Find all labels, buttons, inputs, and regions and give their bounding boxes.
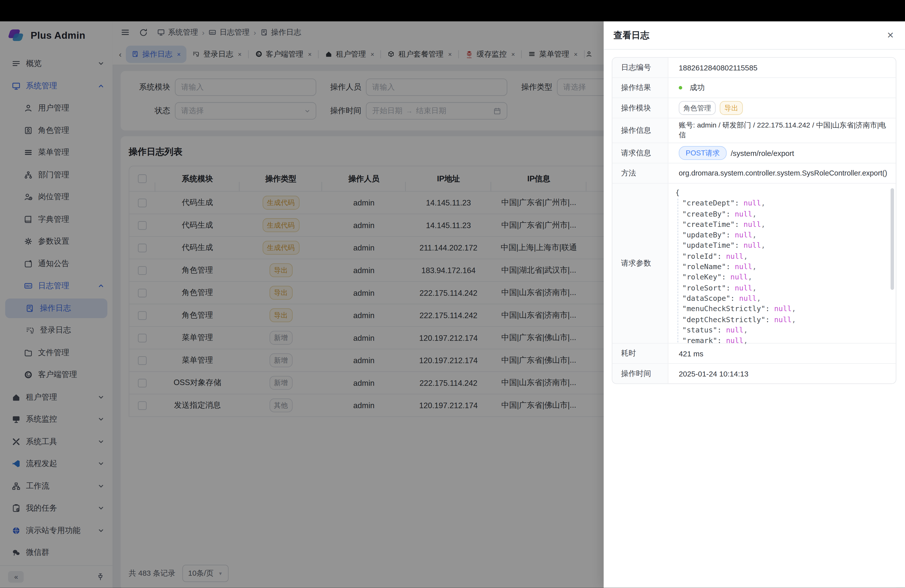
detail-row-result: 操作结果 成功	[612, 78, 896, 98]
success-dot-icon	[679, 86, 682, 89]
duration-value: 421 ms	[668, 343, 896, 363]
admin-app: Plus Admin 概览 系统管理 用户管理	[0, 21, 905, 588]
result-value: 成功	[668, 78, 896, 98]
log-id-value: 1882612840802115585	[668, 58, 896, 78]
method-value: org.dromara.system.controller.system.Sys…	[668, 164, 896, 183]
op-time-value: 2025-01-24 10:14:13	[668, 364, 896, 383]
json-open-brace: {	[675, 188, 888, 198]
close-icon[interactable]: ✕	[887, 30, 894, 40]
detail-row-op-time: 操作时间 2025-01-24 10:14:13	[612, 364, 896, 383]
module-tag: 角色管理	[679, 101, 716, 115]
drawer-title: 查看日志	[614, 29, 649, 41]
request-params-value: { createDeptnull createBynull createTime…	[668, 184, 896, 343]
log-detail-table: 日志编号 1882612840802115585 操作结果 成功 操作模块 角色…	[612, 57, 897, 384]
detail-row-module: 操作模块 角色管理 导出	[612, 98, 896, 118]
json-scrollbar-thumb[interactable]	[891, 188, 894, 290]
operation-info-value: 账号: admin / 研发部门 / 222.175.114.242 / 中国|…	[668, 118, 896, 143]
view-log-drawer: 查看日志 ✕ 日志编号 1882612840802115585 操作结果 成功 …	[604, 21, 905, 588]
detail-row-log-id: 日志编号 1882612840802115585	[612, 58, 896, 78]
request-path: /system/role/export	[731, 149, 794, 157]
indent-guide	[678, 199, 678, 343]
detail-row-method: 方法 org.dromara.system.controller.system.…	[612, 164, 896, 184]
detail-row-operation-info: 操作信息 账号: admin / 研发部门 / 222.175.114.242 …	[612, 118, 896, 143]
detail-row-request-info: 请求信息 POST请求 /system/role/export	[612, 143, 896, 163]
json-viewer[interactable]: { createDeptnull createBynull createTime…	[668, 184, 896, 346]
modal-overlay[interactable]	[0, 21, 604, 588]
window-chrome-bar	[0, 0, 905, 21]
action-tag: 导出	[720, 101, 743, 115]
request-info-value: POST请求 /system/role/export	[668, 143, 896, 163]
drawer-body: 日志编号 1882612840802115585 操作结果 成功 操作模块 角色…	[604, 49, 905, 384]
drawer-header: 查看日志 ✕	[604, 21, 905, 49]
app-stage: Plus Admin 概览 系统管理 用户管理	[0, 0, 905, 588]
post-request-tag: POST请求	[679, 146, 727, 160]
module-tags: 角色管理 导出	[668, 98, 896, 118]
detail-row-duration: 耗时 421 ms	[612, 343, 896, 364]
detail-row-request-params: 请求参数 { createDeptnull createBynull creat…	[612, 184, 896, 343]
